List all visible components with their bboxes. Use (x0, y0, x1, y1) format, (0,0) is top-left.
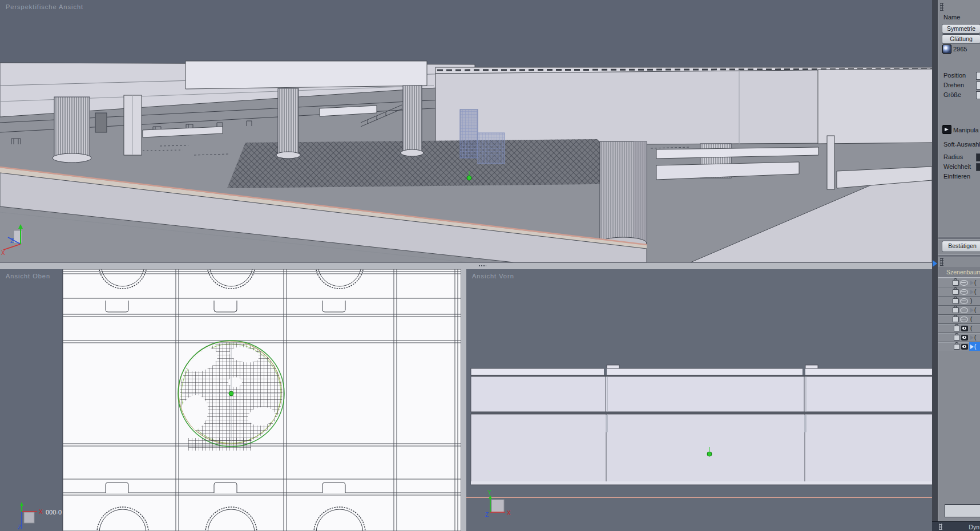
tree-row-label-fragment: ) (970, 298, 975, 304)
lock-icon[interactable] (954, 344, 960, 350)
tree-row-end: ( (969, 306, 980, 314)
eye-closed-icon[interactable] (960, 307, 968, 313)
tree-row-label-fragment: ( (974, 289, 979, 295)
scene-tree-tabbar: Szenenbaum (938, 267, 980, 278)
perspective-scene[interactable]: Z X (0, 0, 932, 262)
tree-row[interactable]: ( (938, 278, 980, 287)
tree-row-end: ( (969, 342, 980, 351)
lock-icon[interactable] (953, 298, 959, 304)
tree-row[interactable]: ( (938, 323, 980, 333)
dock-grip[interactable] (939, 524, 942, 530)
top-view-scene[interactable]: X 000-0 Z (0, 269, 461, 531)
panel-grip[interactable] (940, 258, 943, 266)
object-id-label: 2965 (953, 46, 967, 52)
tree-row[interactable]: ( (938, 342, 980, 351)
viewport-top[interactable]: X 000-0 Z Ansicht Oben (0, 269, 461, 531)
expand-arrow-icon[interactable] (970, 281, 974, 285)
axis-x-label: X (507, 510, 511, 516)
tree-row[interactable]: ( (938, 305, 980, 314)
panel-divider (938, 237, 980, 240)
tree-row[interactable]: ( (938, 287, 980, 296)
lock-icon[interactable] (953, 280, 959, 286)
tree-row-label-fragment: ( (970, 316, 975, 322)
eye-closed-icon[interactable] (960, 317, 968, 322)
panel-collapse-arrow-icon[interactable] (933, 260, 937, 267)
ceiling-slab-right (435, 67, 932, 145)
lock-icon[interactable] (954, 326, 960, 331)
front-view-scene[interactable]: Y Z X (466, 269, 932, 531)
tree-row-end: ( (969, 324, 980, 333)
column-wireframe-1 (53, 97, 91, 163)
lock-icon[interactable] (953, 317, 959, 322)
expand-arrow-icon[interactable] (970, 335, 974, 340)
rotate-label: Drehen (943, 82, 964, 88)
radius-label: Radius (943, 153, 963, 160)
axis-z-label: Z (18, 524, 21, 530)
eye-open-icon[interactable] (961, 335, 968, 341)
eye-closed-icon[interactable] (960, 298, 968, 304)
wall-elevation (471, 365, 932, 485)
expand-arrow-icon[interactable] (970, 290, 974, 294)
properties-panel: Name Symmetrie Glättung 2965 Position Dr… (938, 0, 980, 531)
expand-arrow-icon[interactable] (970, 308, 974, 313)
rotate-field[interactable] (976, 82, 980, 90)
softness-label: Weichheit (943, 163, 971, 170)
radius-field[interactable] (976, 153, 980, 161)
column-wireframe-2 (276, 88, 300, 159)
size-label: Größe (943, 91, 961, 98)
panel-splitter[interactable] (932, 0, 938, 531)
position-field[interactable] (976, 72, 980, 80)
tree-row-label-fragment: ( (970, 325, 975, 331)
eye-closed-icon[interactable] (960, 289, 968, 295)
tree-row-end: ( (969, 315, 980, 323)
size-field[interactable] (976, 91, 980, 99)
axis-y-label: Y (487, 489, 491, 496)
origin-marker-green (229, 391, 233, 396)
scene-tree-field[interactable] (945, 504, 980, 517)
tree-row-label-fragment: ( (974, 334, 979, 341)
tree-row[interactable]: ( (938, 314, 980, 323)
freeze-label: Einfrieren (943, 173, 970, 180)
lock-icon[interactable] (953, 307, 959, 313)
soft-selection-label: Soft-Auswahl (943, 141, 980, 148)
viewport-front[interactable]: Y Z X Ansicht Vorn (466, 269, 932, 531)
lock-icon[interactable] (954, 335, 960, 341)
tree-row-label-fragment: ( (974, 279, 979, 286)
application-window: Z X Perspektifische Ansicht (0, 0, 980, 531)
sky-background (0, 0, 932, 67)
manipulator-label: Manipula (953, 127, 979, 133)
eye-closed-icon[interactable] (960, 280, 968, 286)
polygon-object-icon[interactable] (942, 44, 951, 54)
eye-open-icon[interactable] (961, 344, 968, 350)
tree-row-label-fragment: ( (974, 307, 979, 313)
eye-open-icon[interactable] (961, 326, 968, 331)
splitter-grip[interactable] (478, 265, 486, 267)
scene-tree-rows: (()((((( (938, 278, 980, 351)
viewport-perspective[interactable]: Z X Perspektifische Ansicht (0, 0, 932, 262)
manipulator-icon[interactable] (942, 125, 951, 134)
name-label: Name (943, 14, 960, 21)
scene-tree-tab[interactable]: Szenenbaum (946, 269, 980, 275)
position-label: Position (943, 72, 966, 79)
tree-row-end: ( (969, 278, 980, 287)
tree-row[interactable]: ( (938, 333, 980, 342)
tree-row-end: ) (969, 297, 980, 305)
dock-tab-label[interactable]: Dyn (969, 524, 979, 530)
tree-row-end: ( (969, 287, 980, 296)
softness-field[interactable] (976, 163, 980, 171)
expand-arrow-icon[interactable] (970, 344, 974, 349)
origin-coordinates-label: 000-0 (46, 509, 62, 516)
column-large (600, 141, 647, 249)
tree-row[interactable]: ) (938, 296, 980, 305)
confirm-button[interactable]: Bestätigen (942, 241, 980, 252)
smoothing-modifier-button[interactable]: Glättung (942, 34, 980, 44)
symmetry-modifier-button[interactable]: Symmetrie (942, 24, 980, 34)
axis-x-label: X (39, 509, 43, 515)
bottom-dock-bar[interactable]: Dyn (932, 521, 980, 531)
panel-grip[interactable] (940, 3, 943, 11)
tree-row-label-fragment: ( (974, 343, 979, 350)
column-wireframe-3 (401, 86, 424, 156)
lock-icon[interactable] (953, 289, 959, 295)
axis-z-label: Z (485, 512, 489, 518)
panel-divider (938, 254, 980, 257)
